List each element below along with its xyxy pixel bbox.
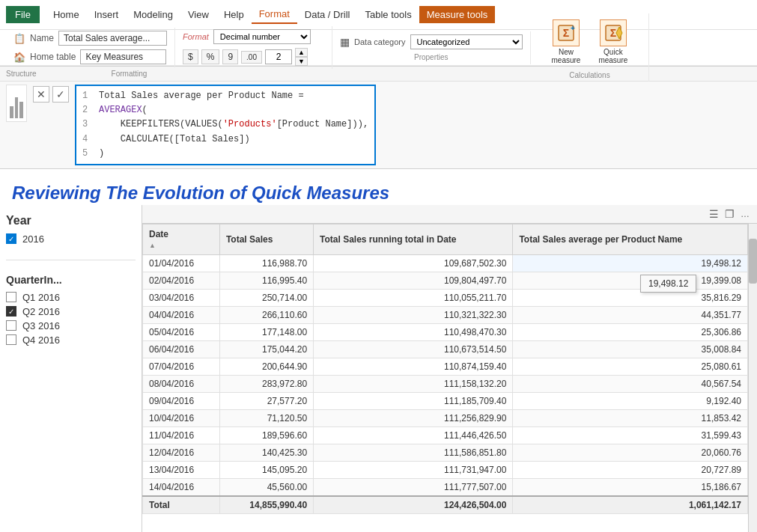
cell-total-sales: 283,972.80 (219, 375, 313, 392)
col-total-sales[interactable]: Total Sales (219, 224, 313, 254)
grid-more-icon[interactable]: … (739, 207, 751, 221)
calculations-label: Calculations (569, 71, 609, 79)
cell-avg: 40,567.54 (513, 375, 748, 392)
table-tools-menu[interactable]: Table tools (357, 6, 419, 23)
year-section-title: Year (6, 214, 136, 227)
increment-button[interactable]: ▲ (295, 48, 308, 57)
cell-date: 02/04/2016 (143, 272, 220, 289)
vertical-scrollbar[interactable] (748, 224, 757, 532)
q4-2016-item[interactable]: Q4 2016 (6, 333, 136, 347)
cell-running: 110,874,159.40 (314, 358, 513, 375)
data-drill-menu[interactable]: Data / Drill (297, 6, 358, 23)
home-table-field[interactable] (80, 49, 166, 64)
insert-menu[interactable]: Insert (87, 6, 127, 23)
cell-total-sales: 27,577.20 (219, 392, 313, 409)
decimal-places-input[interactable] (265, 49, 292, 64)
scrollbar-thumb[interactable] (749, 239, 757, 284)
cell-avg: 25,306.86 (513, 323, 748, 340)
q2-2016-item[interactable]: ✓ Q2 2016 (6, 305, 136, 319)
grid-menu-icon[interactable]: ☰ (708, 207, 720, 221)
quick-measure-icon: Σ (600, 19, 627, 46)
cell-date: 13/04/2016 (143, 461, 220, 478)
cell-running: 111,256,829.90 (314, 409, 513, 426)
grid-header-bar: ☰ ❐ … (142, 205, 757, 224)
pct-button[interactable]: % (201, 49, 220, 64)
q2-label: Q2 2016 (22, 306, 60, 317)
q1-2016-item[interactable]: Q1 2016 (6, 290, 136, 305)
col-date[interactable]: Date▲ (143, 224, 220, 254)
formula-confirm-button[interactable]: ✓ (52, 86, 69, 103)
view-menu[interactable]: View (180, 6, 216, 23)
sidebar-divider (6, 260, 136, 260)
quick-measure-button[interactable]: Σ Quickmeasure (592, 16, 633, 67)
home-table-label: Home table (30, 52, 76, 62)
cell-date: 03/04/2016 (143, 289, 220, 306)
q4-checkbox[interactable] (6, 334, 16, 345)
data-table: Date▲ Total Sales Total Sales running to… (142, 224, 748, 514)
cell-total-sales: 200,644.90 (219, 358, 313, 375)
formula-line-4: 4 CALCULATE([Total Sales]) (82, 132, 368, 147)
quick-measure-label: Quickmeasure (598, 48, 627, 64)
cell-avg: 20,727.89 (513, 461, 748, 478)
dollar-button[interactable]: $ (183, 49, 198, 64)
comma-button[interactable]: 9 (222, 49, 238, 64)
new-measure-icon: Σ+ (553, 19, 580, 46)
table-row: 03/04/2016 250,714.00 110,055,211.70 35,… (143, 289, 748, 306)
col-running-total[interactable]: Total Sales running total in Date (314, 224, 513, 254)
formula-box[interactable]: 1 Total Sales average per Product Name =… (75, 85, 376, 165)
cell-date: 07/04/2016 (143, 358, 220, 375)
structure-section-label: Structure (6, 70, 37, 78)
home-table-icon: 🏠 (13, 52, 25, 63)
grid-resize-icon[interactable]: ❐ (723, 207, 736, 221)
formula-line-1: 1 Total Sales average per Product Name = (82, 89, 368, 103)
table-row: 14/04/2016 45,560.00 111,777,507.00 15,1… (143, 478, 748, 496)
cell-running: 110,498,470.30 (314, 323, 513, 340)
q4-label: Q4 2016 (22, 334, 60, 346)
measure-tools-menu[interactable]: Measure tools (419, 6, 496, 23)
decimal-button[interactable]: .00 (241, 51, 262, 64)
cell-running: 111,586,851.80 (314, 444, 513, 461)
svg-text:+: + (571, 24, 575, 32)
year-2016-checkbox[interactable]: ✓ (6, 233, 16, 244)
cell-total-sales: 189,596.60 (219, 426, 313, 444)
cell-total-sales: 140,425.30 (219, 444, 313, 461)
name-group: 📋 Name 🏠 Home table (6, 28, 175, 67)
format-menu[interactable]: Format (252, 5, 297, 24)
cell-avg: 15,186.67 (513, 478, 748, 496)
year-2016-item[interactable]: ✓ 2016 (6, 232, 136, 246)
col-avg-per-product[interactable]: Total Sales average per Product Name (513, 224, 748, 254)
home-menu[interactable]: Home (46, 6, 87, 23)
cell-date: 10/04/2016 (143, 409, 220, 426)
cell-avg: 11,853.42 (513, 409, 748, 426)
cell-running: 111,731,947.00 (314, 461, 513, 478)
help-menu[interactable]: Help (216, 6, 252, 23)
q3-2016-item[interactable]: Q3 2016 (6, 319, 136, 333)
grid-wrapper: Date▲ Total Sales Total Sales running to… (142, 224, 757, 532)
cell-avg: 31,599.43 (513, 426, 748, 444)
cell-running: 110,673,514.50 (314, 340, 513, 358)
format-select[interactable]: Decimal number (213, 29, 311, 44)
table-row: 10/04/2016 71,120.50 111,256,829.90 11,8… (143, 409, 748, 426)
data-category-select[interactable]: Uncategorized (410, 34, 523, 49)
cell-running: 111,158,132.20 (314, 375, 513, 392)
cell-date: 01/04/2016 (143, 254, 220, 272)
name-field[interactable] (58, 31, 167, 46)
cell-total-sales: 145,095.20 (219, 461, 313, 478)
q1-checkbox[interactable] (6, 292, 16, 302)
properties-label: Properties (414, 53, 449, 61)
main-area: Year ✓ 2016 QuarterIn... Q1 2016 ✓ Q2 20… (0, 205, 757, 532)
quarter-section-title: QuarterIn... (6, 274, 136, 286)
data-area: ☰ ❐ … Date▲ Total Sales Total Sales runn… (142, 205, 757, 532)
q2-checkbox[interactable]: ✓ (6, 306, 16, 317)
file-menu[interactable]: File (6, 6, 40, 23)
cell-avg: 9,192.40 (513, 392, 748, 409)
format-label: Format (183, 32, 209, 41)
formula-bar: ✕ ✓ 1 Total Sales average per Product Na… (0, 82, 757, 169)
cell-total-sales: 45,560.00 (219, 478, 313, 496)
decrement-button[interactable]: ▼ (295, 57, 308, 66)
new-measure-button[interactable]: Σ+ Newmeasure (546, 16, 587, 67)
formula-cancel-button[interactable]: ✕ (33, 86, 49, 103)
modeling-menu[interactable]: Modeling (126, 6, 180, 23)
q3-checkbox[interactable] (6, 320, 16, 331)
cell-running: 109,804,497.70 (314, 272, 513, 289)
